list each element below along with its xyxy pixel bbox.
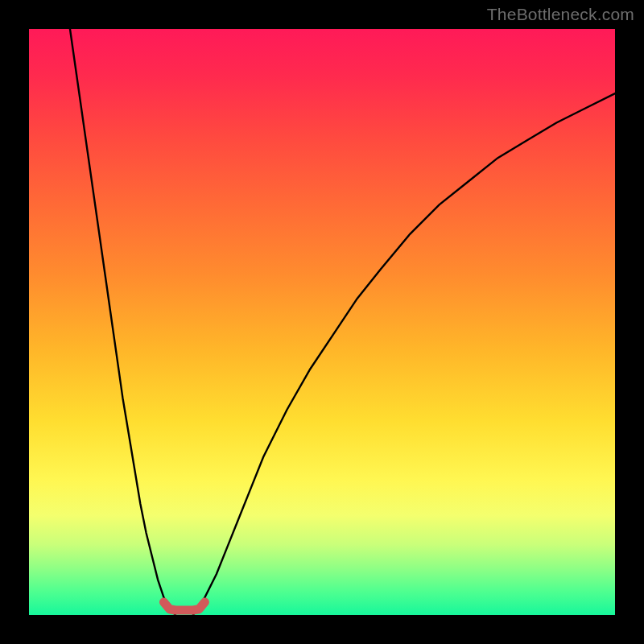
bottom-marker [163, 602, 204, 610]
plot-area [29, 29, 615, 615]
chart-stage: TheBottleneck.com [0, 0, 644, 644]
watermark-text: TheBottleneck.com [487, 5, 634, 24]
curve-layer [29, 29, 615, 615]
curve-left-arm [70, 29, 175, 615]
curve-right-arm [193, 93, 615, 615]
